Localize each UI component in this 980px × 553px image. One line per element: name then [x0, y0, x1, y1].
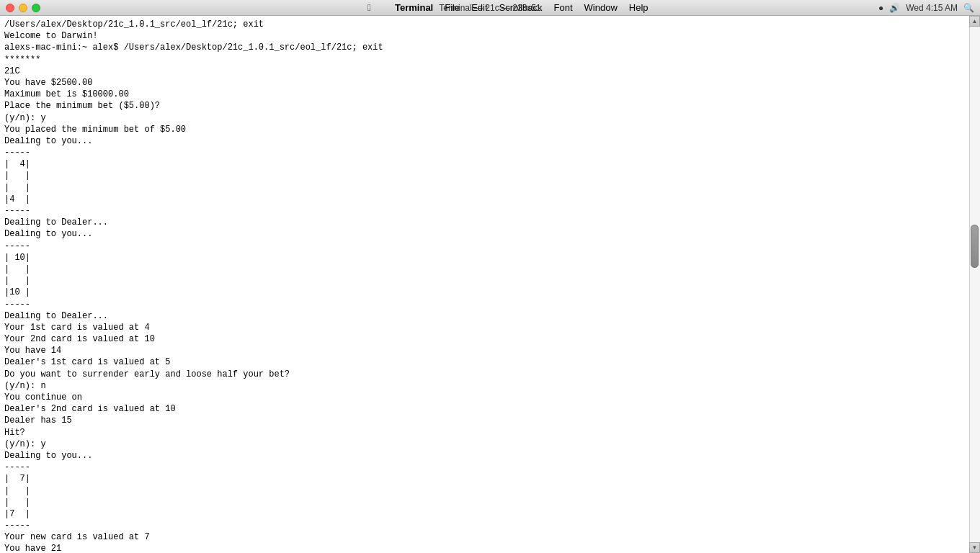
scrollbar-track[interactable]: ▲ ▼	[969, 16, 980, 553]
terminal-content[interactable]: /Users/alex/Desktop/21c_1.0.1_src/eol_lf…	[0, 16, 980, 553]
menu-help[interactable]: Help	[623, 0, 654, 16]
title-bar-right: ● 🔊 Wed 4:15 AM 🔍	[878, 3, 974, 13]
terminal-output: /Users/alex/Desktop/21c_1.0.1_src/eol_lf…	[4, 19, 976, 553]
close-button[interactable]	[6, 4, 14, 12]
terminal-window: /Users/alex/Desktop/21c_1.0.1_src/eol_lf…	[0, 16, 980, 553]
apple-logo-icon: 	[368, 2, 371, 13]
clock: Wed 4:15 AM	[906, 3, 958, 13]
window-title: Terminal — 21c — 223x51	[439, 3, 540, 13]
minimize-button[interactable]	[19, 4, 27, 12]
scrollbar-thumb[interactable]	[971, 225, 979, 268]
volume-icon: 🔊	[889, 3, 900, 13]
menu-font[interactable]: Font	[548, 0, 579, 16]
system-icon-1: ●	[878, 3, 883, 13]
search-icon[interactable]: 🔍	[963, 3, 974, 13]
scrollbar-down-arrow[interactable]: ▼	[969, 542, 980, 553]
traffic-lights	[0, 4, 40, 12]
maximize-button[interactable]	[32, 4, 40, 12]
scrollbar-up-arrow[interactable]: ▲	[969, 16, 980, 27]
menu-window[interactable]: Window	[579, 0, 623, 16]
menu-terminal[interactable]: Terminal	[389, 0, 439, 16]
title-bar:  Terminal File Edit Scrollback Font Win…	[0, 0, 980, 16]
